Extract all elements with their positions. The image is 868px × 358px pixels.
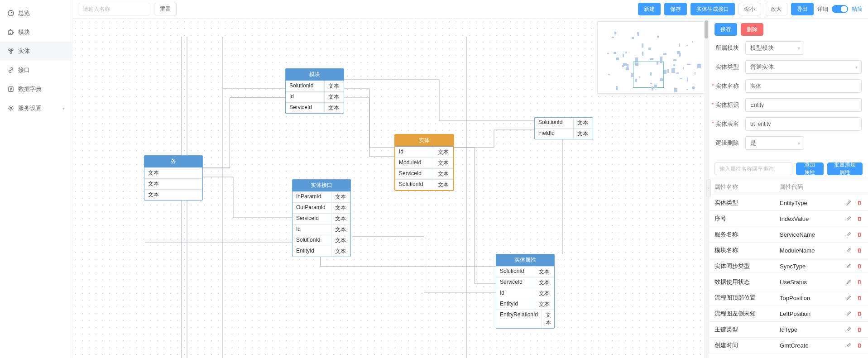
- attr-row[interactable]: 流程图顶部位置TopPosition: [709, 290, 868, 306]
- entity-field-type: 文本: [434, 158, 453, 168]
- batch-add-attr-button[interactable]: 批量添加属性: [827, 162, 863, 175]
- entity-field-type: 文本: [434, 169, 453, 179]
- entity-field-name: Id: [286, 92, 325, 102]
- edit-icon[interactable]: [845, 215, 852, 222]
- field-label-entity-name: 实体名称: [715, 82, 745, 90]
- entity-field-name: ServiceId: [395, 169, 434, 179]
- attr-name: 模块名称: [715, 246, 780, 254]
- edit-icon[interactable]: [845, 200, 852, 206]
- delete-icon[interactable]: [856, 295, 863, 301]
- entity-header: 模块: [286, 69, 344, 81]
- delete-icon[interactable]: [856, 279, 863, 285]
- panel-delete-button[interactable]: 删除: [741, 23, 763, 36]
- minimap[interactable]: [597, 21, 706, 94]
- new-button[interactable]: 新建: [638, 3, 661, 15]
- attr-name: 流程图左侧未知: [715, 310, 780, 318]
- zoom-in-button[interactable]: 放大: [765, 3, 787, 15]
- attr-row[interactable]: 模块名称ModuleName: [709, 243, 868, 258]
- delete-icon[interactable]: [856, 310, 863, 317]
- sidebar-item-settings[interactable]: 服务设置 ▾: [0, 99, 72, 118]
- caret-down-icon: ▾: [798, 46, 800, 51]
- add-attr-button[interactable]: 添加属性: [796, 162, 824, 175]
- attr-name: 流程图顶部位置: [715, 294, 780, 302]
- edit-icon[interactable]: [845, 247, 852, 253]
- delete-icon[interactable]: [856, 263, 863, 269]
- edit-icon[interactable]: [845, 279, 852, 285]
- sidebar-item-overview[interactable]: 总览: [0, 4, 72, 23]
- entity-field-type: 文本: [331, 235, 350, 246]
- attr-row[interactable]: 实体同步类型SyncType: [709, 258, 868, 274]
- entity-node-unknown_ref[interactable]: SolutionId文本FieldId文本: [534, 117, 593, 139]
- entity-type-select[interactable]: 普通实体▾: [745, 60, 862, 74]
- detail-label: 详细: [817, 5, 828, 13]
- attr-row[interactable]: 数据使用状态UseStatus: [709, 274, 868, 290]
- entity-header: 实体: [395, 135, 453, 147]
- puzzle-icon: [7, 29, 14, 36]
- entity-node-module[interactable]: 模块SolutionId文本Id文本ServiceId文本: [285, 68, 344, 114]
- sidebar-item-module[interactable]: 模块: [0, 23, 72, 42]
- entity-name-input[interactable]: [745, 79, 862, 93]
- panel-resize-handle[interactable]: ⋮: [706, 179, 711, 197]
- attr-search-input[interactable]: [715, 162, 792, 175]
- entity-node-service[interactable]: 务文本文本文本: [144, 155, 203, 200]
- delete-icon[interactable]: [856, 326, 863, 333]
- edit-icon[interactable]: [845, 342, 852, 348]
- delete-icon[interactable]: [856, 247, 863, 253]
- entity-table-input[interactable]: [745, 117, 862, 131]
- entity-field-name: SolutionId: [293, 235, 331, 246]
- attr-row[interactable]: 流程图左侧未知LeftPosition: [709, 306, 868, 322]
- diagram-canvas[interactable]: 模块SolutionId文本Id文本ServiceId文本务文本文本文本实体Id…: [72, 19, 709, 358]
- sidebar-item-entity[interactable]: 实体: [0, 42, 72, 61]
- sidebar-item-api[interactable]: 接口: [0, 61, 72, 80]
- attr-code: ServiceName: [780, 231, 839, 238]
- field-label-entity-code: 实体标识: [715, 101, 745, 109]
- sidebar: 总览 模块 实体 接口 数据字典 服务设置 ▾: [0, 0, 72, 358]
- entity-code-input[interactable]: [745, 98, 862, 112]
- dashboard-icon: [7, 10, 14, 17]
- edit-icon[interactable]: [845, 231, 852, 238]
- attr-row[interactable]: 创建时间GmtCreate: [709, 338, 868, 353]
- attr-code: TopPosition: [780, 295, 839, 301]
- entity-field-type: 文本: [331, 246, 350, 257]
- attr-code: UseStatus: [780, 279, 839, 286]
- delete-icon[interactable]: [856, 215, 863, 222]
- sidebar-item-label: 模块: [18, 28, 30, 36]
- entity-field-type: 文本: [331, 192, 350, 202]
- edit-icon[interactable]: [845, 295, 852, 301]
- panel-save-button[interactable]: 保存: [715, 23, 737, 36]
- save-button[interactable]: 保存: [664, 3, 687, 15]
- attr-row[interactable]: 主键类型IdType: [709, 322, 868, 338]
- entity-field-type: 文本: [535, 267, 554, 277]
- entity-field-name: EntityId: [496, 299, 535, 310]
- search-input[interactable]: [78, 3, 150, 15]
- logic-delete-select[interactable]: 是▾: [745, 136, 804, 150]
- edit-icon[interactable]: [845, 263, 852, 269]
- entity-field-name: Id: [293, 224, 331, 235]
- entity-node-entity[interactable]: 实体Id文本ModuleId文本ServiceId文本SolutionId文本: [395, 134, 454, 191]
- field-label-entity-type: 实体类型: [715, 63, 745, 71]
- zoom-out-button[interactable]: 缩小: [739, 3, 761, 15]
- belong-module-select[interactable]: 模型模块▾: [745, 41, 804, 55]
- attr-row[interactable]: 序号IndexValue: [709, 211, 868, 227]
- entity-node-entity_attr[interactable]: 实体属性SolutionId文本ServiceId文本Id文本EntityId文…: [496, 254, 555, 329]
- entity-node-entity_api[interactable]: 实体接口InParamId文本OutParamId文本ServiceId文本Id…: [292, 179, 351, 257]
- property-panel: 保存 删除 所属模块 模型模块▾ 实体类型 普通实体▾ 实体名: [709, 19, 868, 353]
- entity-field-name: SolutionId: [395, 180, 434, 190]
- sidebar-item-dict[interactable]: 数据字典: [0, 80, 72, 99]
- attr-code: LeftPosition: [780, 310, 839, 317]
- entity-field-name: Id: [496, 288, 535, 299]
- attr-row[interactable]: 服务名称ServiceName: [709, 227, 868, 243]
- attr-code: GmtCreate: [780, 342, 839, 349]
- attr-table: 属性名称 属性代码 实体类型EntityType序号IndexValue服务名称…: [709, 179, 868, 353]
- delete-icon[interactable]: [856, 342, 863, 348]
- edit-icon[interactable]: [845, 310, 852, 317]
- attr-row[interactable]: 实体类型EntityType: [709, 195, 868, 211]
- reset-button[interactable]: 重置: [154, 3, 177, 15]
- detail-toggle[interactable]: [832, 5, 848, 13]
- delete-icon[interactable]: [856, 231, 863, 238]
- edit-icon[interactable]: [845, 326, 852, 333]
- gen-api-button[interactable]: 实体生成接口: [691, 3, 735, 15]
- delete-icon[interactable]: [856, 200, 863, 206]
- attr-name: 主键类型: [715, 325, 780, 334]
- export-button[interactable]: 导出: [791, 3, 814, 15]
